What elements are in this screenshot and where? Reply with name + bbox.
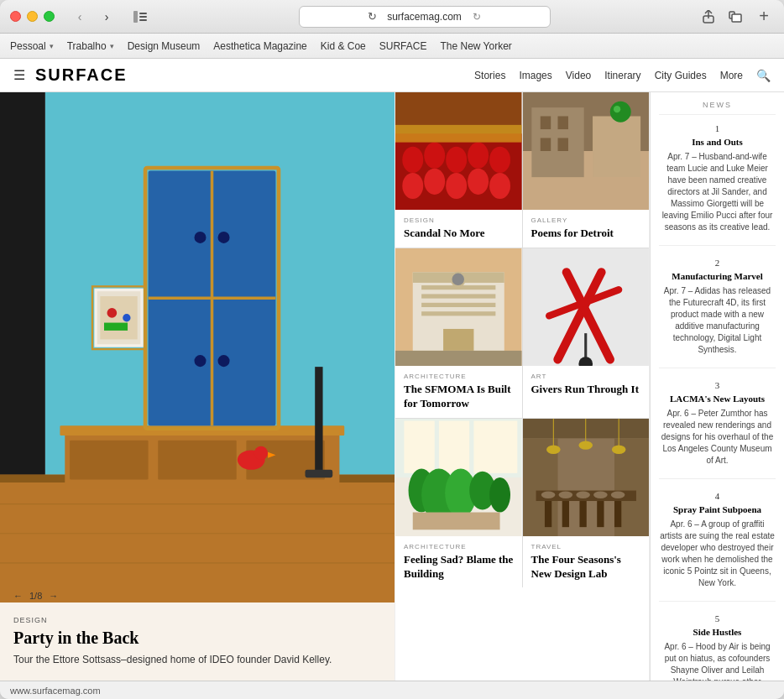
svg-rect-89 [413,512,500,529]
article-thumbnail [523,419,650,536]
svg-point-31 [107,308,118,318]
svg-point-46 [402,173,423,199]
svg-rect-98 [579,501,586,527]
svg-rect-59 [557,138,567,151]
nav-stories[interactable]: Stories [474,70,505,81]
reload-button[interactable]: ↻ [362,7,382,27]
svg-point-43 [446,147,467,173]
refresh-button[interactable]: ↻ [467,7,487,27]
hero-next-button[interactable]: → [49,591,58,601]
news-item-title[interactable]: Ins and Outs [659,137,776,147]
article-title: Feeling Sad? Blame the Building [404,553,514,582]
svg-point-104 [593,491,608,498]
article-card[interactable]: DESIGN Scandal No More [395,92,522,248]
news-item-text: Apr. 6 – Peter Zumthor has revealed new … [659,408,776,467]
svg-point-25 [194,355,206,367]
svg-point-103 [576,491,590,498]
svg-rect-35 [306,470,333,477]
news-item-4: 4 Spray Paint Subpoena Apr. 6 – A group … [659,491,776,602]
svg-point-101 [541,491,555,498]
svg-point-26 [218,355,230,367]
bookmark-pessoal[interactable]: Pessoal ▾ [10,40,54,52]
article-card[interactable]: TRAVEL The Four Seasons's New Design Lab [523,419,650,588]
svg-rect-71 [395,351,522,366]
nav-more[interactable]: More [720,70,743,81]
article-thumbnail [523,248,650,366]
site-header: ☰ SURFACE Stories Images Video Itinerary… [0,59,784,92]
address-bar[interactable]: ↻ surfacemag.com ↻ [299,6,551,28]
nav-video[interactable]: Video [566,70,591,81]
hero-overlay: DESIGN Party in the Back Tour the Ettore… [0,602,395,681]
svg-rect-3 [139,19,147,21]
svg-point-44 [468,143,489,169]
article-thumbnail [395,92,522,210]
svg-point-60 [609,102,630,123]
news-number: 3 [659,380,776,390]
article-thumbnail [395,419,522,536]
article-card[interactable]: ART Givers Run Through It [523,248,650,418]
news-item-title[interactable]: Side Hustles [659,627,776,637]
svg-point-109 [578,441,593,449]
hero-description: Tour the Ettore Sottsass–designed home o… [13,653,381,667]
article-card[interactable]: ARCHITECTURE Feeling Sad? Blame the Buil… [395,419,522,588]
close-button[interactable] [10,11,21,22]
bookmark-design-museum[interactable]: Design Museum [128,40,201,52]
news-item-title[interactable]: Manufacturing Marvel [659,271,776,281]
hero-image [0,92,395,681]
article-category: ART [531,373,641,380]
article-grid-section: DESIGN Scandal No More [395,92,650,681]
status-bar: www.surfacemag.com [0,681,784,699]
bookmark-aesthetica[interactable]: Aesthetica Magazine [213,40,306,52]
hero-prev-button[interactable]: ← [13,591,23,601]
news-number: 2 [659,258,776,268]
site-logo: SURFACE [35,65,128,85]
svg-rect-83 [473,420,517,472]
bookmark-trabalho[interactable]: Trabalho ▾ [67,40,114,52]
maximize-button[interactable] [44,11,55,22]
news-header-label: NEWS [659,101,776,115]
svg-rect-70 [443,329,473,351]
svg-point-69 [451,272,465,286]
chevron-down-icon: ▾ [50,42,54,50]
url-text: surfacemag.com [387,11,462,23]
article-title: Poems for Detroit [531,227,641,241]
svg-rect-66 [421,294,495,298]
add-tab-button[interactable]: + [754,7,774,27]
bookmark-kid-coe[interactable]: Kid & Coe [321,40,366,52]
chevron-down-icon: ▾ [110,42,114,50]
svg-point-88 [489,477,510,513]
hero-section: ← 1/8 → DESIGN Party in the Back Tour th… [0,92,395,681]
forward-button[interactable]: › [95,7,118,27]
nav-itinerary[interactable]: Itinerary [604,70,640,81]
back-button[interactable]: ‹ [68,7,91,27]
news-item-text: Apr. 7 – Adidas has released the Futurec… [659,285,776,356]
hero-nav: ← 1/8 → [13,591,58,601]
minimize-button[interactable] [27,11,38,22]
article-category: ARCHITECTURE [404,373,514,380]
nav-images[interactable]: Images [519,70,551,81]
article-info: ARCHITECTURE Feeling Sad? Blame the Buil… [395,536,522,588]
svg-rect-100 [614,501,620,527]
news-item-text: Apr. 6 – A group of graffiti artists are… [659,519,776,589]
hero-title[interactable]: Party in the Back [13,628,381,648]
search-icon[interactable]: 🔍 [756,69,771,82]
news-item-2: 2 Manufacturing Marvel Apr. 7 – Adidas h… [659,258,776,368]
sidebar-toggle-button[interactable] [128,7,152,27]
news-item-title[interactable]: Spray Paint Subpoena [659,504,776,514]
article-card[interactable]: GALLERY Poems for Detroit [523,92,650,248]
article-card[interactable]: ARCHITECTURE The SFMOMA Is Built for Tom… [395,248,522,418]
header-left: ☰ SURFACE [13,65,128,85]
new-tab-button[interactable] [724,7,747,27]
traffic-lights [10,11,55,22]
news-item-title[interactable]: LACMA's New Layouts [659,394,776,404]
article-info: ARCHITECTURE The SFMOMA Is Built for Tom… [395,366,522,418]
room-scene [0,92,395,681]
bookmark-surface[interactable]: SURFACE [379,40,427,52]
nav-city-guides[interactable]: City Guides [655,70,707,81]
hamburger-menu-button[interactable]: ☰ [13,67,25,83]
share-button[interactable] [697,7,720,27]
main-content: ← 1/8 → DESIGN Party in the Back Tour th… [0,92,784,681]
svg-rect-30 [100,296,137,339]
svg-rect-17 [158,441,236,480]
bookmark-new-yorker[interactable]: The New Yorker [440,40,511,52]
